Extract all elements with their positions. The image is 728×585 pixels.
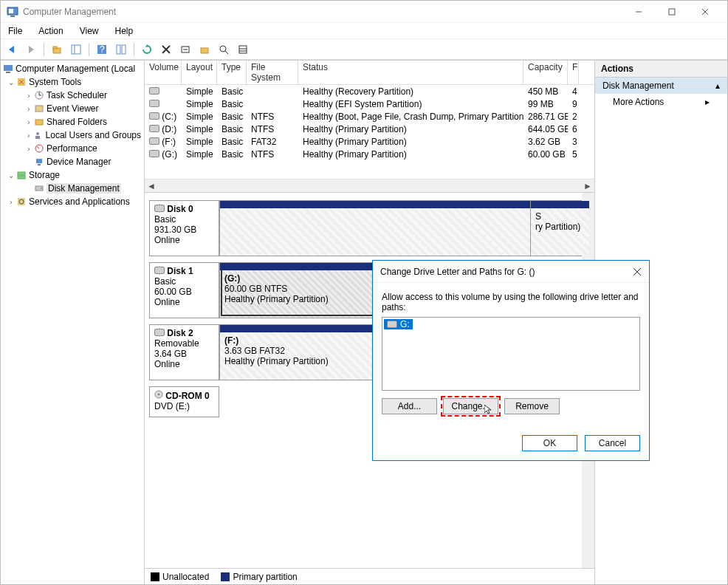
disk-label[interactable]: Disk 1 Basic 60.00 GB Online — [149, 262, 219, 318]
computer-icon — [2, 63, 14, 75]
volume-icon — [149, 150, 159, 157]
tree-performance[interactable]: Performance — [47, 143, 97, 154]
svg-rect-25 — [239, 46, 247, 53]
disk-icon — [154, 267, 165, 274]
tool-search-icon[interactable] — [216, 41, 232, 58]
col-filesystem[interactable]: File System — [247, 61, 298, 84]
navigation-tree[interactable]: Computer Management (Local ⌄ System Tool… — [1, 61, 145, 584]
close-button[interactable] — [688, 1, 721, 22]
drive-path-item[interactable]: G: — [384, 319, 413, 329]
menu-action[interactable]: Action — [35, 24, 66, 38]
col-capacity[interactable]: Capacity — [523, 61, 568, 84]
show-tree-button[interactable] — [68, 41, 84, 58]
actions-section[interactable]: Disk Management ▴ — [595, 78, 727, 94]
collapse-icon[interactable]: ⌄ — [7, 171, 16, 179]
disk-label[interactable]: CD-ROM 0 DVD (E:) — [149, 386, 219, 417]
menu-view[interactable]: View — [77, 24, 102, 38]
more-actions-item[interactable]: More Actions ▸ — [595, 94, 727, 110]
disk-label[interactable]: Disk 2 Removable 3.64 GB Online — [149, 324, 219, 380]
disk-name: Disk 2 — [167, 328, 193, 338]
volume-row[interactable]: SimpleBasicHealthy (Recovery Partition)4… — [145, 85, 594, 98]
partition[interactable] — [219, 201, 530, 256]
col-volume[interactable]: Volume — [145, 61, 182, 84]
tree-local-users[interactable]: Local Users and Groups — [46, 130, 141, 140]
perf-icon — [33, 143, 45, 154]
add-button[interactable]: Add... — [382, 398, 437, 414]
cdrom-icon — [154, 391, 163, 401]
tree-root[interactable]: Computer Management (Local — [16, 64, 135, 74]
scroll-left-icon[interactable]: ◄ — [145, 181, 158, 191]
svg-point-36 — [36, 132, 39, 135]
disk-label[interactable]: Disk 0 Basic 931.30 GB Online — [149, 200, 219, 256]
minimize-button[interactable] — [622, 1, 655, 22]
tool-list-icon[interactable] — [235, 41, 251, 58]
partition[interactable]: (F:)3.63 GB FAT32Healthy (Primary Partit… — [219, 325, 382, 380]
tree-system-tools[interactable]: System Tools — [29, 77, 81, 87]
maximize-button[interactable] — [655, 1, 688, 22]
legend-primary: Primary partition — [233, 572, 297, 582]
storage-icon — [16, 169, 27, 181]
horizontal-scrollbar[interactable]: ◄ ► — [145, 179, 594, 192]
col-status[interactable]: Status — [298, 61, 523, 84]
forward-button[interactable] — [23, 41, 39, 58]
help-button[interactable]: ? — [94, 41, 110, 58]
svg-marker-52 — [484, 405, 491, 414]
disk-status: Online — [154, 235, 180, 245]
tools-icon — [16, 76, 27, 88]
legend: Unallocated Primary partition — [145, 568, 594, 584]
svg-rect-11 — [72, 45, 80, 54]
actions-header: Actions — [595, 61, 727, 78]
volume-icon — [149, 87, 159, 95]
panes-button[interactable] — [113, 41, 129, 58]
volume-row[interactable]: (C:)SimpleBasicNTFSHealthy (Boot, Page F… — [145, 110, 594, 123]
tool-x-icon[interactable] — [158, 41, 174, 58]
tool-open-icon[interactable] — [196, 41, 213, 58]
tree-shared-folders[interactable]: Shared Folders — [47, 117, 107, 127]
remove-button[interactable]: Remove — [504, 398, 560, 414]
tree-task-scheduler[interactable]: Task Scheduler — [47, 90, 107, 100]
volume-icon — [149, 125, 159, 132]
tree-storage[interactable]: Storage — [29, 170, 60, 180]
col-type[interactable]: Type — [217, 61, 247, 84]
scroll-right-icon[interactable]: ► — [581, 181, 594, 191]
users-icon — [32, 129, 44, 141]
partition[interactable]: Sry Partition) — [530, 201, 589, 256]
tree-disk-management[interactable]: Disk Management — [47, 183, 121, 194]
tree-services[interactable]: Services and Applications — [29, 196, 130, 207]
svg-rect-1 — [9, 9, 13, 13]
dialog-close-button[interactable] — [633, 267, 642, 276]
svg-text:?: ? — [100, 44, 105, 55]
drive-paths-list[interactable]: G: — [382, 317, 640, 391]
back-button[interactable] — [4, 41, 20, 58]
tree-device-manager[interactable]: Device Manager — [47, 157, 111, 167]
up-button[interactable] — [49, 41, 65, 58]
svg-rect-10 — [53, 47, 57, 49]
volume-row[interactable]: SimpleBasicHealthy (EFI System Partition… — [145, 98, 594, 110]
disk-size: 931.30 GB — [154, 225, 196, 235]
volume-icon — [149, 112, 159, 120]
change-button[interactable]: Change... — [443, 398, 498, 414]
volume-row[interactable]: (D:)SimpleBasicNTFSHealthy (Primary Part… — [145, 123, 594, 135]
collapse-icon[interactable]: ▴ — [715, 81, 720, 91]
menu-file[interactable]: File — [5, 24, 25, 38]
cancel-button[interactable]: Cancel — [585, 435, 640, 451]
svg-rect-43 — [18, 176, 25, 179]
tool-settings-icon[interactable] — [177, 41, 193, 58]
disk-size: 60.00 GB — [154, 287, 192, 297]
volume-row[interactable]: (G:)SimpleBasicNTFSHealthy (Primary Part… — [145, 148, 594, 160]
folder-icon — [33, 116, 45, 128]
col-layout[interactable]: Layout — [182, 61, 217, 84]
svg-line-24 — [225, 51, 228, 54]
change-drive-letter-dialog: Change Drive Letter and Paths for G: () … — [372, 260, 650, 461]
tree-event-viewer[interactable]: Event Viewer — [47, 103, 98, 114]
volume-list[interactable]: Volume Layout Type File System Status Ca… — [145, 61, 594, 192]
collapse-icon[interactable]: ⌄ — [7, 78, 16, 86]
svg-rect-28 — [4, 65, 13, 71]
menu-help[interactable]: Help — [112, 24, 137, 38]
volume-row[interactable]: (F:)SimpleBasicFAT32Healthy (Primary Par… — [145, 135, 594, 148]
ok-button[interactable]: OK — [522, 435, 577, 451]
cursor-icon — [484, 405, 495, 415]
refresh-button[interactable] — [139, 41, 155, 58]
col-free[interactable]: F — [568, 61, 579, 84]
svg-rect-29 — [6, 72, 10, 73]
